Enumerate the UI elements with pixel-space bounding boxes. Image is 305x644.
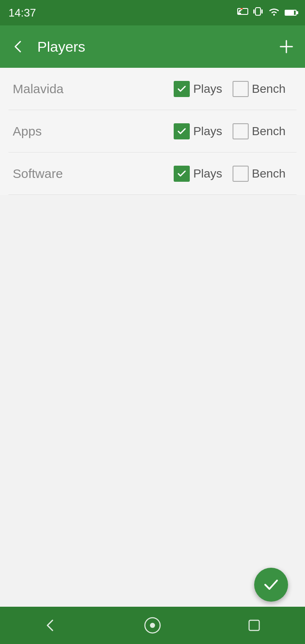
svg-rect-3 [253,9,255,14]
bench-checkbox-group: Bench [233,166,292,182]
confirm-fab[interactable] [254,568,288,602]
back-nav-button[interactable] [34,608,68,642]
bench-checkbox-group: Bench [233,81,292,97]
player-options: Plays Bench [174,123,292,139]
plays-checkbox-apps[interactable] [174,123,190,139]
svg-rect-4 [255,8,261,15]
plays-label: Plays [193,167,222,180]
plays-checkbox-malavida[interactable] [174,81,190,97]
player-name: Software [13,167,174,181]
svg-rect-5 [261,9,263,14]
table-row: Apps Plays Bench [8,110,297,153]
table-row: Malavida Plays Bench [8,68,297,110]
player-name: Malavida [13,82,174,96]
svg-rect-2 [241,8,243,9]
wifi-icon [268,7,280,19]
battery-icon [285,7,297,18]
plays-checkbox-group: Plays [174,81,229,97]
page-title: Players [37,39,268,55]
svg-rect-11 [249,620,259,630]
bench-checkbox-malavida[interactable] [233,81,249,97]
svg-rect-1 [238,13,241,14]
recents-nav-button[interactable] [237,608,271,642]
bench-checkbox-software[interactable] [233,166,249,182]
plays-checkbox-group: Plays [174,166,229,182]
vibrate-icon [252,6,263,19]
bench-checkbox-apps[interactable] [233,123,249,139]
player-options: Plays Bench [174,166,292,182]
back-button[interactable] [8,36,29,57]
player-name: Apps [13,124,174,139]
status-icons [237,6,297,19]
plays-checkbox-software[interactable] [174,166,190,182]
home-nav-button[interactable] [136,608,169,642]
table-row: Software Plays Bench [8,153,297,195]
svg-point-6 [273,14,275,16]
status-bar: 14:37 [0,0,305,25]
bench-label: Bench [252,82,286,96]
plays-label: Plays [193,125,222,138]
cast-icon [237,7,248,19]
players-list: Malavida Plays Bench Apps [0,68,305,195]
plays-checkbox-group: Plays [174,123,229,139]
add-player-button[interactable] [276,36,297,57]
svg-point-10 [150,623,155,628]
bench-label: Bench [252,125,286,138]
status-time: 14:37 [8,6,36,19]
app-bar: Players [0,25,305,68]
bench-label: Bench [252,167,286,180]
plays-label: Plays [193,82,222,96]
nav-bar [0,607,305,644]
player-options: Plays Bench [174,81,292,97]
bench-checkbox-group: Bench [233,123,292,139]
